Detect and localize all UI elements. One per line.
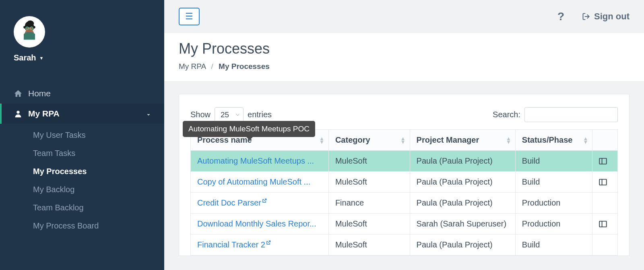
table-row[interactable]: Financial Tracker 2MuleSoftPaula (Paula … [191,235,618,255]
cell-category: Finance [328,193,410,214]
col-category[interactable]: Category ▲▼ [328,130,410,151]
cell-process-name: Financial Tracker 2 [191,235,329,255]
entries-label: entries [248,110,272,119]
cell-project-manager: Sarah (Sarah Superuser) [410,214,515,235]
show-entries: Show 25 entries [190,107,272,122]
table-row[interactable]: Copy of Automating MuleSoft ...MuleSoftP… [191,172,618,193]
main: ☰ ? Sign out My Processes My RPA / My Pr… [164,0,644,270]
sidebar-item-home[interactable]: Home [0,83,164,104]
svg-rect-8 [600,179,607,185]
col-status-phase[interactable]: Status/Phase ▲▼ [515,130,592,151]
cell-status: Build [515,172,592,193]
panel-icon[interactable] [599,179,611,185]
help-icon[interactable]: ? [557,10,564,23]
signout-link[interactable]: Sign out [582,11,630,22]
sidebar-item-my-processes[interactable]: My Processes [0,162,164,181]
user-icon [14,109,23,118]
cell-category: MuleSoft [328,172,410,193]
table-row[interactable]: Download Monthly Sales Repor...MuleSoftS… [191,214,618,235]
cell-project-manager: Paula (Paula Project) [410,235,515,255]
sidebar-item-label: Home [28,89,51,98]
table-controls: Show 25 entries Search: [190,107,618,122]
sidebar-item-label: Team Tasks [33,149,75,158]
cell-category: MuleSoft [328,214,410,235]
col-action [592,130,618,151]
cell-action[interactable] [592,214,618,235]
col-label: Project Manager [417,135,479,144]
panel-icon[interactable] [599,221,611,227]
search-input[interactable] [524,107,618,122]
topbar-right: ? Sign out [557,10,630,23]
sidebar-item-label: My Processes [33,167,87,176]
table-row[interactable]: Automating MuleSoft Meetups ...MuleSoftP… [191,151,618,172]
breadcrumb-separator: / [211,62,213,71]
col-project-manager[interactable]: Project Manager ▲▼ [410,130,515,151]
col-label: Status/Phase [522,135,573,144]
sort-icon: ▲▼ [400,137,406,144]
search-label: Search: [493,110,520,119]
sidebar-item-process-board[interactable]: My Process Board [0,217,164,235]
process-link[interactable]: Download Monthly Sales Repor... [197,219,316,228]
cell-process-name: Copy of Automating MuleSoft ... [191,172,329,193]
sort-icon: ▲▼ [583,137,588,144]
sidebar-item-label: My User Tasks [33,131,86,139]
cell-action [592,193,618,214]
breadcrumb: My RPA / My Processes [179,62,630,71]
cell-project-manager: Paula (Paula Project) [410,151,515,172]
svg-point-4 [17,111,19,114]
sidebar-item-myrpa[interactable]: My RPA ⌄ [0,104,164,124]
process-link[interactable]: Copy of Automating MuleSoft ... [197,177,310,186]
sidebar-item-user-tasks[interactable]: My User Tasks [0,126,164,144]
hamburger-icon: ☰ [185,11,193,22]
process-link[interactable]: Automating MuleSoft Meetups ... [197,156,314,165]
sidebar-item-label: My Process Board [33,221,99,230]
signout-label: Sign out [594,11,630,22]
username-dropdown[interactable]: Sarah ▼ [14,53,151,62]
sidebar-item-team-tasks[interactable]: Team Tasks [0,144,164,162]
username-label: Sarah [14,53,36,62]
sidebar-item-my-backlog[interactable]: My Backlog [0,181,164,199]
sidebar-item-team-backlog[interactable]: Team Backlog [0,199,164,217]
cell-process-name: Automating MuleSoft Meetups ... [191,151,329,172]
nav: Home My RPA ⌄ My User Tasks Team Tasks M… [0,83,164,235]
cell-project-manager: Paula (Paula Project) [410,172,515,193]
tooltip-text: Automating MuleSoft Meetups POC [188,125,310,133]
tooltip: Automating MuleSoft Meetups POC [183,121,315,137]
sort-icon: ▲▼ [506,137,511,144]
sidebar-item-label: My Backlog [33,185,74,194]
external-link-icon [265,240,271,249]
process-link[interactable]: Financial Tracker 2 [197,240,265,249]
processes-table: Process name ▲▼ Category ▲▼ Project Mana… [190,129,618,255]
home-icon [14,89,23,98]
col-label: Category [335,135,370,144]
cell-process-name: Credit Doc Parser [191,193,329,214]
show-label: Show [190,110,211,119]
sidebar-item-label: My RPA [28,109,60,118]
svg-rect-6 [600,158,607,164]
cell-action[interactable] [592,151,618,172]
cell-process-name: Download Monthly Sales Repor... [191,214,329,235]
cell-status: Build [515,151,592,172]
table-row[interactable]: Credit Doc ParserFinancePaula (Paula Pro… [191,193,618,214]
cell-action[interactable] [592,172,618,193]
cell-project-manager: Paula (Paula Project) [410,193,515,214]
caret-down-icon: ▼ [39,56,44,60]
panel-icon[interactable] [599,158,611,164]
avatar[interactable] [14,16,45,48]
breadcrumb-current: My Processes [219,62,270,71]
page-header: My Processes My RPA / My Processes [164,33,644,82]
topbar: ☰ ? Sign out [164,0,644,33]
entries-select[interactable]: 25 [215,107,244,122]
breadcrumb-root[interactable]: My RPA [179,62,206,71]
signout-icon [582,12,590,21]
chevron-down-icon: ⌄ [147,111,151,116]
hamburger-button[interactable]: ☰ [179,8,200,25]
profile-block: Sarah ▼ [0,0,164,70]
page-title: My Processes [179,40,630,57]
sidebar-item-label: Team Backlog [33,203,84,212]
process-link[interactable]: Credit Doc Parser [197,198,261,207]
avatar-image-icon [15,18,43,46]
sidebar: Sarah ▼ Home My RPA ⌄ My User Tasks Team… [0,0,164,270]
cell-action [592,235,618,255]
cell-status: Production [515,214,592,235]
